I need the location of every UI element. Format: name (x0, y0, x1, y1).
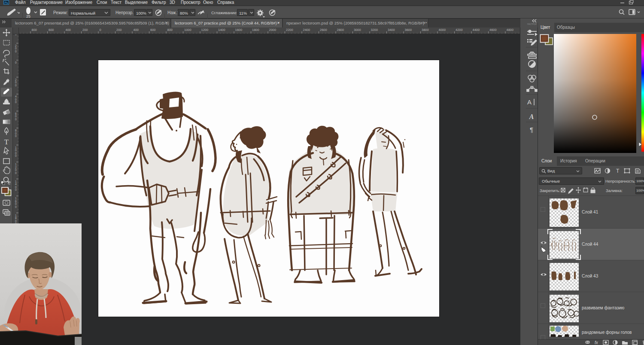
svg-text:3200: 3200 (371, 28, 378, 32)
svg-text:2000: 2000 (269, 28, 276, 32)
svg-text:200: 200 (116, 28, 122, 32)
svg-text:0: 0 (15, 61, 17, 64)
svg-text:4200: 4200 (456, 28, 463, 32)
svg-text:Ps: Ps (4, 1, 8, 4)
svg-text:400: 400 (66, 28, 71, 32)
svg-text:1000: 1000 (184, 28, 191, 32)
svg-text:¶: ¶ (530, 126, 533, 133)
svg-text:4600: 4600 (489, 28, 497, 32)
svg-text:600: 600 (150, 28, 156, 32)
svg-text:800: 800 (15, 129, 17, 137)
svg-text:4400: 4400 (473, 28, 480, 32)
svg-text:2800: 2800 (337, 28, 344, 32)
svg-text:2200: 2200 (286, 28, 293, 32)
svg-text:25: 25 (26, 14, 30, 18)
svg-text:800: 800 (167, 28, 173, 32)
svg-text:3800: 3800 (422, 28, 429, 32)
svg-text:3400: 3400 (388, 28, 395, 32)
svg-text:T: T (4, 138, 9, 146)
svg-text:T: T (616, 168, 620, 174)
svg-text:3600: 3600 (405, 28, 412, 32)
svg-text:800: 800 (32, 28, 37, 32)
svg-text:400: 400 (15, 95, 17, 104)
svg-text:200: 200 (15, 44, 17, 53)
svg-text:400: 400 (15, 34, 17, 36)
svg-text:200: 200 (15, 78, 17, 87)
svg-text:0: 0 (100, 28, 101, 32)
svg-text:1800: 1800 (15, 214, 17, 224)
svg-text:200: 200 (82, 28, 88, 32)
svg-text:fx: fx (595, 340, 598, 345)
svg-text:600: 600 (15, 112, 17, 121)
svg-text:1600: 1600 (235, 28, 243, 32)
svg-text:1400: 1400 (218, 28, 225, 32)
svg-text:2400: 2400 (303, 28, 310, 32)
svg-text:400: 400 (134, 28, 139, 32)
svg-text:1800: 1800 (252, 28, 259, 32)
svg-text:A: A (529, 113, 534, 120)
svg-text:2600: 2600 (320, 28, 327, 32)
svg-text:600: 600 (49, 28, 54, 32)
svg-text:1400: 1400 (15, 180, 17, 192)
svg-text:1000: 1000 (15, 146, 17, 158)
svg-text:4000: 4000 (439, 28, 446, 32)
svg-text:3000: 3000 (354, 28, 361, 32)
svg-text:1600: 1600 (15, 197, 17, 208)
svg-text:1200: 1200 (201, 28, 209, 32)
svg-text:4800: 4800 (507, 28, 514, 32)
svg-text:A: A (527, 98, 532, 106)
svg-text:1200: 1200 (15, 163, 17, 174)
svg-text:НАСТРОЙ: НАСТРОЙ (527, 23, 537, 25)
